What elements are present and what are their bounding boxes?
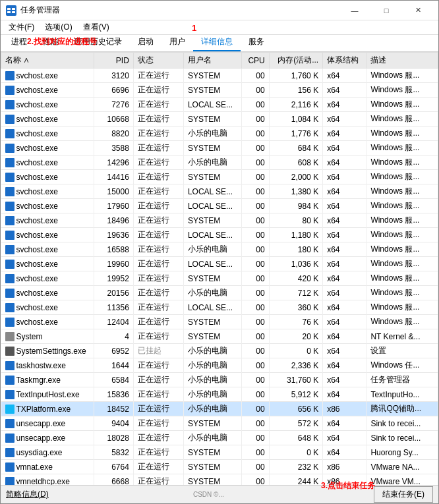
table-row[interactable]: usysdiag.exe5832正在运行SYSTEM000 Kx64Huoron…: [1, 445, 438, 460]
table-row[interactable]: svchost.exe11356正在运行LOCAL SE...00360 Kx6…: [1, 300, 438, 315]
col-header-arch[interactable]: 体系结构: [323, 53, 366, 69]
table-row[interactable]: svchost.exe7276正在运行LOCAL SE...002,116 Kx…: [1, 98, 438, 112]
process-description: Windows 服...: [366, 184, 438, 199]
menu-options[interactable]: 选项(O): [40, 20, 77, 34]
table-row[interactable]: TextInputHost.exe15836正在运行小乐的电脑005,912 K…: [1, 387, 438, 402]
process-status: 正在运行: [133, 315, 183, 329]
table-row[interactable]: svchost.exe19960正在运行LOCAL SE...001,036 K…: [1, 257, 438, 271]
table-row[interactable]: vmnetdhcp.exe6668正在运行SYSTEM00244 Kx86VMw…: [1, 474, 438, 486]
process-status: 正在运行: [133, 184, 183, 199]
close-button[interactable]: ✕: [403, 1, 433, 20]
process-cpu: 00: [242, 315, 270, 329]
table-row[interactable]: svchost.exe6696正在运行SYSTEM00156 Kx64Windo…: [1, 83, 438, 98]
process-description: Windows 服...: [366, 315, 438, 329]
col-header-mem[interactable]: 内存(活动...: [269, 53, 322, 69]
process-name-cell: svchost.exe: [1, 98, 94, 112]
table-row[interactable]: svchost.exe19952正在运行SYSTEM00420 Kx64Wind…: [1, 271, 438, 286]
table-row[interactable]: svchost.exe10668正在运行SYSTEM001,084 Kx64Wi…: [1, 112, 438, 126]
col-header-name[interactable]: 名称 ∧: [1, 53, 94, 69]
process-cpu: 00: [242, 155, 270, 170]
table-row[interactable]: svchost.exe8820正在运行小乐的电脑001,776 Kx64Wind…: [1, 126, 438, 141]
process-memory: 684 K: [269, 141, 322, 155]
end-task-button[interactable]: 结束任务(E): [374, 486, 433, 503]
table-row[interactable]: svchost.exe17960正在运行LOCAL SE...00984 Kx6…: [1, 199, 438, 213]
process-user: SYSTEM: [183, 69, 241, 83]
tab-users[interactable]: 用户: [161, 34, 193, 51]
process-status: 正在运行: [133, 329, 183, 344]
process-arch: x64: [323, 199, 366, 213]
process-table: 名称 ∧ PID 状态 用户名 CPU 内存(活动... 体系结构 描述 svc…: [1, 52, 438, 485]
process-pid: 19636: [94, 228, 134, 242]
tab-process[interactable]: 进程: [3, 34, 35, 51]
table-row[interactable]: svchost.exe20156正在运行小乐的电脑00712 Kx64Windo…: [1, 286, 438, 300]
process-name-cell: TXPlatform.exe: [1, 402, 94, 416]
svg-rect-2: [12, 8, 15, 10]
process-pid: 4: [94, 329, 134, 344]
col-header-user[interactable]: 用户名: [183, 53, 241, 69]
table-row[interactable]: unsecapp.exe9404正在运行SYSTEM00572 Kx64Sink…: [1, 416, 438, 431]
table-row[interactable]: svchost.exe3588正在运行SYSTEM00684 Kx64Windo…: [1, 141, 438, 155]
process-description: NT Kernel &...: [366, 329, 438, 344]
table-row[interactable]: svchost.exe14296正在运行小乐的电脑00608 Kx64Windo…: [1, 155, 438, 170]
taskmgr-icon: [6, 5, 16, 16]
tab-details[interactable]: 详细信息: [193, 34, 241, 51]
process-arch: x86: [323, 460, 366, 474]
process-arch: x64: [323, 242, 366, 257]
table-row[interactable]: Taskmgr.exe6584正在运行小乐的电脑0031,760 Kx64任务管…: [1, 373, 438, 387]
process-pid: 18496: [94, 213, 134, 228]
process-user: 小乐的电脑: [183, 373, 241, 387]
process-memory: 0 K: [269, 445, 322, 460]
process-arch: x86: [323, 474, 366, 486]
table-row[interactable]: svchost.exe15000正在运行LOCAL SE...001,380 K…: [1, 184, 438, 199]
tab-startup[interactable]: 启动: [130, 34, 161, 51]
table-row[interactable]: svchost.exe18496正在运行SYSTEM0080 Kx64Windo…: [1, 213, 438, 228]
tabs-container: 1 2.找到对应的进程号 进程 性能 应用历史记录 启动 用户 详细信息 服务: [1, 35, 438, 52]
process-name-cell: svchost.exe: [1, 228, 94, 242]
table-row[interactable]: SystemSettings.exe6952已挂起小乐的电脑000 Kx64设置: [1, 344, 438, 358]
process-status: 正在运行: [133, 126, 183, 141]
table-row[interactable]: taskhostw.exe1644正在运行小乐的电脑002,336 Kx64Wi…: [1, 358, 438, 373]
maximize-button[interactable]: □: [371, 1, 401, 20]
process-cpu: 00: [242, 344, 270, 358]
tab-performance[interactable]: 性能: [35, 34, 67, 51]
process-user: SYSTEM: [183, 112, 241, 126]
process-memory: 1,380 K: [269, 184, 322, 199]
col-header-desc[interactable]: 描述: [366, 53, 438, 69]
process-description: Huorong Sy...: [366, 445, 438, 460]
table-row[interactable]: TXPlatform.exe18452正在运行小乐的电脑00656 Kx86腾讯…: [1, 402, 438, 416]
process-user: SYSTEM: [183, 83, 241, 98]
process-cpu: 00: [242, 445, 270, 460]
process-memory: 5,912 K: [269, 387, 322, 402]
process-description: 任务管理器: [366, 373, 438, 387]
process-name-cell: svchost.exe: [1, 199, 94, 213]
process-table-container[interactable]: 名称 ∧ PID 状态 用户名 CPU 内存(活动... 体系结构 描述 svc…: [1, 52, 438, 485]
process-memory: 1,036 K: [269, 257, 322, 271]
process-status: 正在运行: [133, 416, 183, 431]
process-user: SYSTEM: [183, 271, 241, 286]
process-user: 小乐的电脑: [183, 358, 241, 373]
process-name-cell: svchost.exe: [1, 184, 94, 199]
process-pid: 18028: [94, 431, 134, 445]
process-description: Windows 服...: [366, 83, 438, 98]
table-row[interactable]: unsecapp.exe18028正在运行小乐的电脑00648 Kx64Sink…: [1, 431, 438, 445]
table-row[interactable]: svchost.exe19636正在运行LOCAL SE...001,180 K…: [1, 228, 438, 242]
tab-services[interactable]: 服务: [241, 34, 272, 51]
process-status: 正在运行: [133, 271, 183, 286]
table-row[interactable]: vmnat.exe6764正在运行SYSTEM00232 Kx86VMware …: [1, 460, 438, 474]
col-header-status[interactable]: 状态: [133, 53, 183, 69]
col-header-pid[interactable]: PID: [94, 53, 134, 69]
col-header-cpu[interactable]: CPU: [242, 53, 270, 69]
menu-file[interactable]: 文件(F): [3, 20, 40, 34]
table-row[interactable]: System4正在运行SYSTEM0020 Kx64NT Kernel &...: [1, 329, 438, 344]
process-user: 小乐的电脑: [183, 387, 241, 402]
table-row[interactable]: svchost.exe3120正在运行SYSTEM001,760 Kx64Win…: [1, 69, 438, 83]
tab-app-history[interactable]: 应用历史记录: [67, 34, 130, 51]
process-user: 小乐的电脑: [183, 431, 241, 445]
table-row[interactable]: svchost.exe16588正在运行小乐的电脑00180 Kx64Windo…: [1, 242, 438, 257]
minimize-button[interactable]: —: [339, 1, 370, 20]
process-arch: x64: [323, 344, 366, 358]
table-row[interactable]: svchost.exe14416正在运行SYSTEM002,000 Kx64Wi…: [1, 170, 438, 184]
brief-info-link[interactable]: 简略信息(D): [6, 489, 49, 500]
menu-view[interactable]: 查看(V): [78, 20, 115, 34]
table-row[interactable]: svchost.exe12404正在运行SYSTEM0076 Kx64Windo…: [1, 315, 438, 329]
